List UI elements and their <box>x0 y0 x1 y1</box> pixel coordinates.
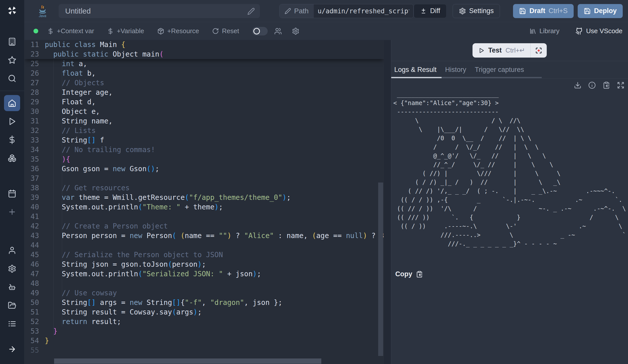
sidebar-item-schedules[interactable] <box>4 186 20 202</box>
play-icon <box>8 117 16 126</box>
building-icon <box>8 37 16 46</box>
line-number: 44 <box>27 241 39 250</box>
line-number: 51 <box>27 307 39 317</box>
sticky-scroll-lines: 11public class Main {23 public static Ob… <box>24 40 384 59</box>
play-icon <box>478 47 485 54</box>
code-line: 39 var theme = Wmill.getResource("f/app_… <box>24 193 384 202</box>
run-panel: Test Ctrl+↵ Logs & Result History Trigge… <box>391 40 628 364</box>
code-line: 48 <box>24 279 384 288</box>
line-number: 23 <box>27 50 39 59</box>
indent-guide <box>62 59 62 327</box>
top-bar: Java Path Diff <box>24 0 628 22</box>
save-icon <box>519 8 526 15</box>
home-icon <box>8 99 16 107</box>
code-line: 47 System.out.println("Serialized JSON: … <box>24 269 384 279</box>
add-context-var-button[interactable]: +Context var <box>47 27 94 35</box>
users-icon <box>274 27 282 35</box>
tab-history[interactable]: History <box>445 66 466 74</box>
path-edit-button[interactable]: Path <box>280 4 314 18</box>
code-line: 26 float b, <box>24 69 384 78</box>
sidebar-item-logs[interactable] <box>4 316 20 332</box>
add-variable-button[interactable]: +Variable <box>107 27 144 35</box>
sidebar-item-search[interactable] <box>4 70 20 86</box>
sidebar-expand-button[interactable] <box>4 341 20 357</box>
draft-shortcut: Ctrl+S <box>548 7 568 15</box>
package-icon <box>157 28 164 35</box>
code-line: 44 <box>24 241 384 250</box>
tab-scrollbar[interactable] <box>442 77 542 78</box>
copy-result-button[interactable] <box>603 81 610 89</box>
gear-icon <box>459 8 466 15</box>
windmill-logo[interactable] <box>7 5 18 16</box>
draft-button[interactable]: Draft Ctrl+S <box>513 4 574 18</box>
line-number: 30 <box>27 107 39 116</box>
editor-horizontal-scrollbar[interactable] <box>54 358 321 364</box>
multiplayer-users-button[interactable] <box>274 27 282 35</box>
download-icon <box>574 81 581 89</box>
result-info-button[interactable] <box>588 81 596 89</box>
sidebar-item-runs[interactable] <box>4 113 20 129</box>
sidebar-item-create[interactable] <box>4 204 20 220</box>
diff-mode-toggle[interactable] <box>252 27 268 35</box>
line-number: 40 <box>27 202 39 212</box>
code-line: 49 // Use cowsay <box>24 288 384 298</box>
github-icon <box>575 27 583 35</box>
sidebar-item-settings[interactable] <box>4 261 20 277</box>
editor-settings-button[interactable] <box>292 27 299 35</box>
toggle-knob <box>253 28 260 34</box>
download-result-button[interactable] <box>574 81 581 89</box>
java-language-icon: Java <box>36 4 49 18</box>
add-resource-button[interactable]: +Resource <box>157 27 199 35</box>
code-line: 25 int a, <box>24 59 384 69</box>
editor-vertical-scrollbar[interactable] <box>378 183 383 356</box>
info-icon <box>588 81 596 89</box>
tab-trigger-captures[interactable]: Trigger captures <box>475 66 524 74</box>
boxes-icon <box>8 154 16 162</box>
expand-result-button[interactable] <box>617 81 624 89</box>
reset-button[interactable]: Reset <box>212 27 239 35</box>
sidebar-item-folders[interactable] <box>4 297 20 313</box>
sidebar-item-resources[interactable] <box>4 150 20 166</box>
code-line: 42 // Create a Person object <box>24 221 384 231</box>
code-line: 31 String name, <box>24 116 384 126</box>
panel-splitter[interactable] <box>384 40 391 364</box>
deploy-button[interactable]: Deploy <box>578 4 623 18</box>
line-number: 33 <box>27 135 39 145</box>
line-number: 35 <box>27 155 39 164</box>
dollar-icon <box>47 28 54 34</box>
sidebar-item-variables[interactable] <box>4 132 20 148</box>
code-line: 33 String[] f <box>24 135 384 145</box>
sidebar-item-favorites[interactable] <box>4 52 20 68</box>
code-lines: 25 int a,26 float b,27 // Objects28 Inte… <box>24 59 384 355</box>
line-number: 34 <box>27 145 39 155</box>
code-editor[interactable]: 11public class Main {23 public static Ob… <box>24 40 384 364</box>
test-button[interactable]: Test Ctrl+↵ <box>473 43 531 58</box>
script-title-input[interactable] <box>59 4 260 18</box>
library-button[interactable]: Library <box>529 27 559 35</box>
code-line: 41 <box>24 212 384 221</box>
dollar-icon <box>107 28 114 34</box>
line-number: 39 <box>27 193 39 202</box>
clipboard-copy-icon <box>603 81 610 89</box>
edit-title-pencil-icon[interactable] <box>247 8 255 15</box>
use-vscode-button[interactable]: Use VScode <box>575 27 622 35</box>
code-line: 23 public static Object main( <box>24 50 384 59</box>
sidebar-item-workers[interactable] <box>4 279 20 295</box>
code-line: 52 return result; <box>24 317 384 327</box>
copy-output-button[interactable]: Copy <box>393 270 626 278</box>
line-number: 42 <box>27 221 39 231</box>
indent-guide <box>53 59 54 336</box>
pencil-icon <box>285 8 291 14</box>
sidebar-item-account[interactable] <box>4 242 20 258</box>
tab-logs-result[interactable]: Logs & Result <box>394 66 437 74</box>
diff-button[interactable]: Diff <box>414 4 447 18</box>
code-line: 37 <box>24 174 384 183</box>
sidebar-item-home[interactable] <box>4 95 20 111</box>
gear-icon <box>8 264 16 273</box>
code-line: 38 // Get resources <box>24 183 384 193</box>
path-input[interactable] <box>314 4 413 18</box>
save-icon <box>584 8 591 15</box>
sidebar-item-workspace[interactable] <box>4 34 20 50</box>
capture-test-button[interactable] <box>531 43 547 58</box>
settings-button[interactable]: Settings <box>453 4 500 18</box>
